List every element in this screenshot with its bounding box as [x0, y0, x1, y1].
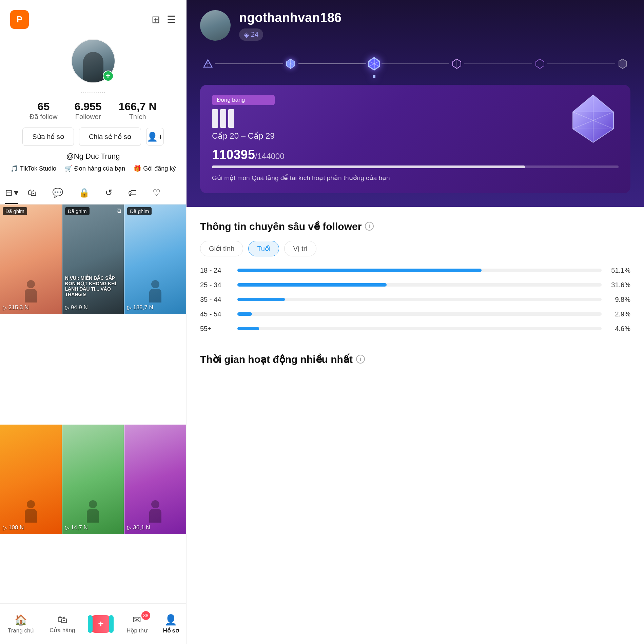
age-bar-container-35-44	[237, 298, 602, 301]
share-profile-button[interactable]: Chia sẻ hồ sơ	[79, 128, 141, 146]
age-bar-fill-25-34	[237, 283, 387, 287]
right-profile-header: ngothanhvan186 ◈ 24	[200, 10, 630, 41]
person-figure-5	[84, 500, 101, 524]
add-avatar-button[interactable]: +	[103, 71, 114, 81]
level-card: Đóng băng Cấp 20 – Cấp 29	[200, 85, 630, 193]
studio-label: TikTok Studio	[20, 165, 56, 172]
video-grid: Đã ghim ▷ 215,3 N Đã ghim ⧉ N VUI: MIỀN …	[0, 204, 186, 644]
age-bar-fill-55plus	[237, 327, 259, 330]
nav-shop[interactable]: 🛍 Cửa hàng	[50, 614, 75, 634]
nav-inbox[interactable]: ✉ Hộp thư 38	[126, 614, 148, 634]
svg-marker-14	[619, 59, 626, 69]
orders-link[interactable]: 🛒 Đơn hàng của bạn	[65, 165, 125, 172]
bookmark-icon[interactable]: ⊞	[152, 14, 160, 25]
age-label-25-34: 25 - 34	[200, 281, 231, 289]
add-friend-icon: 👤+	[147, 132, 163, 142]
create-button[interactable]: +	[91, 615, 111, 633]
big-diamond-icon	[566, 92, 620, 146]
follower-insights-title: Thông tin chuyên sâu về follower i	[200, 220, 630, 232]
activity-info-icon[interactable]: i	[356, 355, 365, 364]
view-count-5: ▷ 14,7 N	[65, 524, 88, 531]
followers-label: Follower	[75, 113, 101, 121]
add-friend-button[interactable]: 👤+	[146, 128, 164, 145]
dong-bang-badge: Đóng băng	[212, 95, 275, 105]
edit-profile-button[interactable]: Sửa hồ sơ	[22, 128, 74, 146]
profile-icon: 👤	[164, 614, 177, 626]
premium-icon: P	[10, 10, 29, 29]
progress-section: 110395 /144000 Gửi một món Quà tặng để t…	[212, 148, 619, 183]
filter-location[interactable]: Vị trí	[284, 241, 316, 256]
right-avatar	[200, 10, 231, 41]
diamond-level: 24	[251, 31, 258, 38]
nav-home[interactable]: 🏠 Trang chủ	[8, 614, 34, 634]
tiktok-studio-link[interactable]: 🎵 TikTok Studio	[11, 165, 56, 172]
gem-line-5	[547, 63, 615, 64]
gem-line-3	[382, 63, 449, 64]
age-percent-35-44: 9.8%	[608, 296, 630, 304]
person-head-6	[151, 500, 159, 508]
followers-stat: 6.955 Follower	[75, 100, 102, 121]
view-count-1: ▷ 215,3 N	[3, 304, 29, 311]
nav-profile[interactable]: 👤 Hồ sơ	[163, 614, 179, 634]
video-cell-6[interactable]: ▷ 36,1 N	[124, 425, 186, 534]
menu-icon[interactable]: ☰	[167, 14, 176, 25]
follower-insights-label: Thông tin chuyên sâu về follower	[200, 220, 362, 232]
follower-info-icon[interactable]: i	[365, 222, 374, 231]
hex-gem-icon	[617, 58, 628, 69]
view-count-3: ▷ 185,7 N	[127, 304, 153, 311]
subscription-link[interactable]: 🎁 Gói đăng ký	[134, 165, 176, 172]
video-cell-1[interactable]: Đã ghim ▷ 215,3 N	[0, 204, 62, 314]
age-bar-container-18-24	[237, 269, 602, 272]
header-icons: ⊞ ☰	[152, 14, 176, 25]
pinned-badge-1: Đã ghim	[3, 207, 27, 215]
video-cell-4[interactable]: ▷ 108 N	[0, 425, 62, 534]
tab-lock[interactable]: 🔒	[73, 182, 96, 204]
likes-label: Thích	[129, 113, 146, 121]
filter-gender[interactable]: Giới tính	[200, 241, 243, 256]
gem-pink	[449, 56, 464, 71]
progress-description: Gửi một món Quà tặng để tái kích hoạt ph…	[212, 173, 619, 183]
video-cell-2[interactable]: Đã ghim ⧉ N VUI: MIỀN BẮC SẮP ĐÓN ĐỢT KH…	[62, 204, 124, 314]
view-count-2: ▷ 94,9 N	[65, 304, 88, 311]
left-panel: P ⊞ ☰ + ············ 65 Đã follow 6.955	[0, 0, 187, 644]
tab-tag[interactable]: 🏷	[122, 182, 143, 204]
blue-gem-icon	[285, 58, 296, 69]
stripe-3	[228, 109, 234, 128]
profile-links: 🎵 TikTok Studio 🛒 Đơn hàng của bạn 🎁 Gói…	[11, 165, 176, 172]
nav-create[interactable]: +	[91, 615, 111, 633]
person-body-5	[87, 509, 99, 523]
view-count-6: ▷ 36,1 N	[127, 524, 150, 531]
age-row-35-44: 35 - 44 9.8%	[200, 296, 630, 304]
age-bar-container-45-54	[237, 312, 602, 316]
gem-purple	[532, 56, 547, 71]
level-stripes	[212, 109, 275, 128]
person-figure-4	[22, 500, 39, 524]
age-bar-container-55plus	[237, 327, 602, 330]
filter-age[interactable]: Tuổi	[248, 241, 279, 256]
age-bar-fill-18-24	[237, 269, 482, 272]
gem-line-2	[298, 63, 366, 64]
tab-videos-dropdown[interactable]: ⊟ ▾	[5, 182, 18, 204]
tab-shop[interactable]: 🛍	[22, 182, 43, 204]
tab-repost[interactable]: ↺	[99, 182, 119, 204]
multiple-icon-2: ⧉	[117, 207, 121, 214]
age-bar-fill-35-44	[237, 298, 285, 301]
age-bar-container-25-34	[237, 283, 602, 287]
age-row-55plus: 55+ 4.6%	[200, 325, 630, 333]
video-cell-3[interactable]: Đã ghim ▷ 185,7 N	[124, 204, 186, 314]
orders-icon: 🛒	[65, 165, 72, 172]
studio-icon: 🎵	[11, 165, 18, 172]
following-count: 65	[38, 100, 50, 113]
video-cell-5[interactable]: ▷ 14,7 N	[62, 425, 124, 534]
view-count-4: ▷ 108 N	[3, 524, 24, 531]
diamond-badge: ◈ 24	[239, 28, 263, 41]
subscription-label: Gói đăng ký	[143, 165, 176, 172]
tab-chat[interactable]: 💬	[46, 182, 69, 204]
progress-numbers: 110395 /144000	[212, 148, 619, 162]
gems-progress	[200, 53, 630, 75]
play-icon-4: ▷	[3, 524, 7, 531]
tab-heart[interactable]: ♡	[147, 182, 167, 204]
left-header: P ⊞ ☰	[0, 0, 186, 32]
right-bottom-section: Thông tin chuyên sâu về follower i Giới …	[187, 207, 644, 644]
shop-icon: 🛍	[57, 614, 67, 625]
